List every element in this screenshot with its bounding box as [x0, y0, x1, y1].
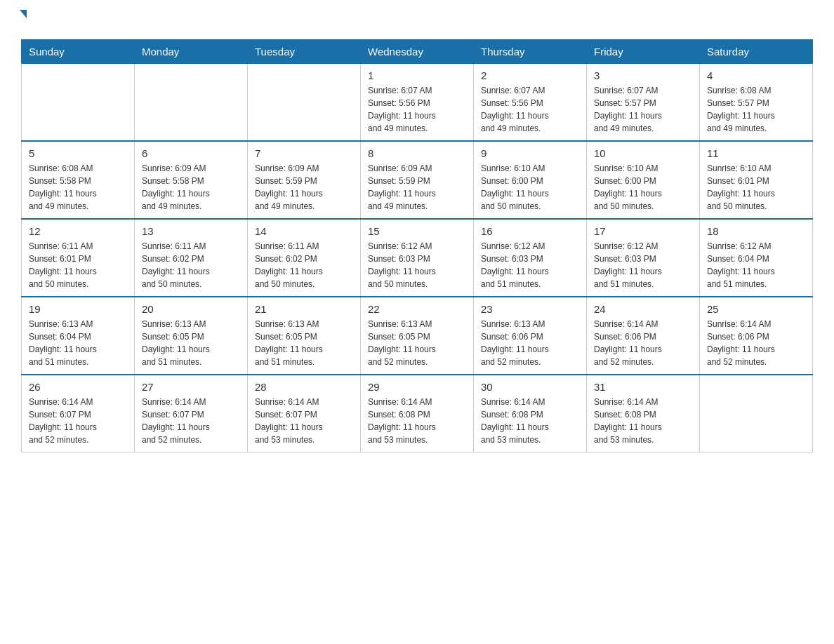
day-info: Sunrise: 6:14 AMSunset: 6:07 PMDaylight:…: [29, 396, 127, 446]
column-header-wednesday: Wednesday: [361, 40, 474, 64]
day-info: Sunrise: 6:12 AMSunset: 6:04 PMDaylight:…: [707, 240, 805, 290]
calendar-cell: 5Sunrise: 6:08 AMSunset: 5:58 PMDaylight…: [22, 141, 135, 219]
calendar-week-5: 26Sunrise: 6:14 AMSunset: 6:07 PMDayligh…: [22, 375, 813, 452]
calendar-cell: 3Sunrise: 6:07 AMSunset: 5:57 PMDaylight…: [587, 64, 700, 142]
logo-arrow-icon: [20, 10, 27, 30]
day-number: 5: [29, 147, 127, 159]
calendar-cell: 26Sunrise: 6:14 AMSunset: 6:07 PMDayligh…: [22, 375, 135, 452]
day-number: 23: [481, 303, 579, 315]
calendar-cell: 14Sunrise: 6:11 AMSunset: 6:02 PMDayligh…: [248, 219, 361, 297]
day-number: 4: [707, 69, 805, 81]
day-info: Sunrise: 6:13 AMSunset: 6:05 PMDaylight:…: [255, 318, 353, 368]
calendar-cell: [248, 64, 361, 142]
day-info: Sunrise: 6:07 AMSunset: 5:56 PMDaylight:…: [481, 84, 579, 135]
calendar-cell: 29Sunrise: 6:14 AMSunset: 6:08 PMDayligh…: [361, 375, 474, 452]
day-number: 6: [142, 147, 240, 159]
calendar-cell: 15Sunrise: 6:12 AMSunset: 6:03 PMDayligh…: [361, 219, 474, 297]
calendar-cell: 2Sunrise: 6:07 AMSunset: 5:56 PMDaylight…: [474, 64, 587, 142]
calendar-cell: 31Sunrise: 6:14 AMSunset: 6:08 PMDayligh…: [587, 375, 700, 452]
calendar-cell: 30Sunrise: 6:14 AMSunset: 6:08 PMDayligh…: [474, 375, 587, 452]
day-number: 22: [368, 303, 466, 315]
day-number: 30: [481, 381, 579, 393]
day-info: Sunrise: 6:09 AMSunset: 5:59 PMDaylight:…: [255, 162, 353, 213]
calendar-week-4: 19Sunrise: 6:13 AMSunset: 6:04 PMDayligh…: [22, 297, 813, 375]
day-number: 17: [594, 225, 692, 237]
day-info: Sunrise: 6:13 AMSunset: 6:05 PMDaylight:…: [142, 318, 240, 368]
day-info: Sunrise: 6:13 AMSunset: 6:04 PMDaylight:…: [29, 318, 127, 368]
day-number: 3: [594, 69, 692, 81]
day-info: Sunrise: 6:14 AMSunset: 6:08 PMDaylight:…: [481, 396, 579, 446]
calendar-cell: [22, 64, 135, 142]
calendar-cell: 23Sunrise: 6:13 AMSunset: 6:06 PMDayligh…: [474, 297, 587, 375]
day-info: Sunrise: 6:11 AMSunset: 6:01 PMDaylight:…: [29, 240, 127, 290]
calendar-cell: 18Sunrise: 6:12 AMSunset: 6:04 PMDayligh…: [700, 219, 813, 297]
calendar-week-3: 12Sunrise: 6:11 AMSunset: 6:01 PMDayligh…: [22, 219, 813, 297]
day-number: 29: [368, 381, 466, 393]
day-info: Sunrise: 6:09 AMSunset: 5:59 PMDaylight:…: [368, 162, 466, 213]
day-number: 21: [255, 303, 353, 315]
calendar-cell: 6Sunrise: 6:09 AMSunset: 5:58 PMDaylight…: [135, 141, 248, 219]
calendar-cell: 12Sunrise: 6:11 AMSunset: 6:01 PMDayligh…: [22, 219, 135, 297]
day-info: Sunrise: 6:10 AMSunset: 6:00 PMDaylight:…: [594, 162, 692, 213]
day-number: 28: [255, 381, 353, 393]
day-info: Sunrise: 6:13 AMSunset: 6:05 PMDaylight:…: [368, 318, 466, 368]
day-info: Sunrise: 6:10 AMSunset: 6:00 PMDaylight:…: [481, 162, 579, 213]
calendar-cell: 24Sunrise: 6:14 AMSunset: 6:06 PMDayligh…: [587, 297, 700, 375]
day-info: Sunrise: 6:14 AMSunset: 6:06 PMDaylight:…: [707, 318, 805, 368]
day-number: 25: [707, 303, 805, 315]
day-number: 15: [368, 225, 466, 237]
day-number: 2: [481, 69, 579, 81]
calendar-cell: 21Sunrise: 6:13 AMSunset: 6:05 PMDayligh…: [248, 297, 361, 375]
calendar-cell: 7Sunrise: 6:09 AMSunset: 5:59 PMDaylight…: [248, 141, 361, 219]
day-number: 27: [142, 381, 240, 393]
day-number: 13: [142, 225, 240, 237]
calendar-cell: [135, 64, 248, 142]
day-info: Sunrise: 6:14 AMSunset: 6:08 PMDaylight:…: [368, 396, 466, 446]
calendar-week-1: 1Sunrise: 6:07 AMSunset: 5:56 PMDaylight…: [22, 64, 813, 142]
column-header-saturday: Saturday: [700, 40, 813, 64]
day-number: 31: [594, 381, 692, 393]
day-number: 12: [29, 225, 127, 237]
column-header-sunday: Sunday: [22, 40, 135, 64]
calendar-table: SundayMondayTuesdayWednesdayThursdayFrid…: [21, 39, 813, 452]
calendar-header-row: SundayMondayTuesdayWednesdayThursdayFrid…: [22, 40, 813, 64]
day-info: Sunrise: 6:08 AMSunset: 5:58 PMDaylight:…: [29, 162, 127, 213]
column-header-friday: Friday: [587, 40, 700, 64]
day-number: 24: [594, 303, 692, 315]
logo-wordmark: [21, 14, 27, 32]
page-header: [21, 14, 813, 32]
calendar-cell: 9Sunrise: 6:10 AMSunset: 6:00 PMDaylight…: [474, 141, 587, 219]
day-number: 19: [29, 303, 127, 315]
day-number: 14: [255, 225, 353, 237]
day-number: 26: [29, 381, 127, 393]
day-info: Sunrise: 6:09 AMSunset: 5:58 PMDaylight:…: [142, 162, 240, 213]
column-header-tuesday: Tuesday: [248, 40, 361, 64]
calendar-cell: 1Sunrise: 6:07 AMSunset: 5:56 PMDaylight…: [361, 64, 474, 142]
day-info: Sunrise: 6:11 AMSunset: 6:02 PMDaylight:…: [255, 240, 353, 290]
calendar-cell: 27Sunrise: 6:14 AMSunset: 6:07 PMDayligh…: [135, 375, 248, 452]
calendar-cell: 11Sunrise: 6:10 AMSunset: 6:01 PMDayligh…: [700, 141, 813, 219]
calendar-week-2: 5Sunrise: 6:08 AMSunset: 5:58 PMDaylight…: [22, 141, 813, 219]
calendar-cell: 19Sunrise: 6:13 AMSunset: 6:04 PMDayligh…: [22, 297, 135, 375]
day-number: 20: [142, 303, 240, 315]
calendar-cell: 10Sunrise: 6:10 AMSunset: 6:00 PMDayligh…: [587, 141, 700, 219]
calendar-cell: [700, 375, 813, 452]
calendar-cell: 16Sunrise: 6:12 AMSunset: 6:03 PMDayligh…: [474, 219, 587, 297]
day-info: Sunrise: 6:14 AMSunset: 6:07 PMDaylight:…: [142, 396, 240, 446]
calendar-cell: 28Sunrise: 6:14 AMSunset: 6:07 PMDayligh…: [248, 375, 361, 452]
column-header-monday: Monday: [135, 40, 248, 64]
day-info: Sunrise: 6:14 AMSunset: 6:07 PMDaylight:…: [255, 396, 353, 446]
day-number: 9: [481, 147, 579, 159]
calendar-cell: 4Sunrise: 6:08 AMSunset: 5:57 PMDaylight…: [700, 64, 813, 142]
day-info: Sunrise: 6:14 AMSunset: 6:08 PMDaylight:…: [594, 396, 692, 446]
day-info: Sunrise: 6:10 AMSunset: 6:01 PMDaylight:…: [707, 162, 805, 213]
day-number: 10: [594, 147, 692, 159]
day-info: Sunrise: 6:14 AMSunset: 6:06 PMDaylight:…: [594, 318, 692, 368]
day-info: Sunrise: 6:08 AMSunset: 5:57 PMDaylight:…: [707, 84, 805, 135]
logo: [21, 14, 27, 32]
day-info: Sunrise: 6:13 AMSunset: 6:06 PMDaylight:…: [481, 318, 579, 368]
calendar-cell: 8Sunrise: 6:09 AMSunset: 5:59 PMDaylight…: [361, 141, 474, 219]
day-number: 16: [481, 225, 579, 237]
day-info: Sunrise: 6:12 AMSunset: 6:03 PMDaylight:…: [368, 240, 466, 290]
day-info: Sunrise: 6:07 AMSunset: 5:57 PMDaylight:…: [594, 84, 692, 135]
